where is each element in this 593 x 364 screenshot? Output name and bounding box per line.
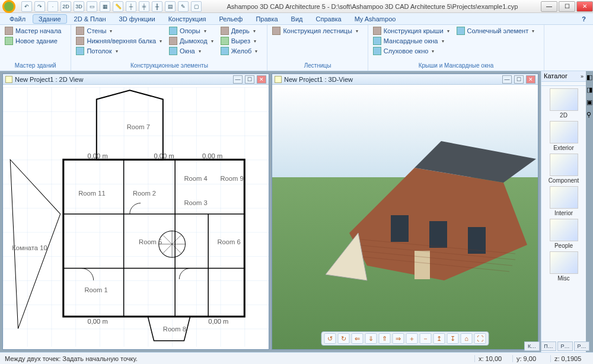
catalog-item-label: 2D [546,112,582,119]
subwindow-3d-max[interactable]: ☐ [514,75,524,84]
nav3d-zoom-out-icon[interactable]: － [420,333,432,344]
qat-snap2-icon[interactable]: ╫ [152,1,162,12]
ribbon-btn-label: Опоры [180,27,200,34]
ribbon-btn-1-0-0[interactable]: Стены▾ [75,26,163,36]
menu-bar: Файл Здание 2D & План 3D функции Констру… [0,13,593,25]
nav3d-pan-left-icon[interactable]: ⇐ [352,333,364,344]
ribbon-btn-3-1-0[interactable]: Солнечный элемент▾ [455,26,536,36]
nav3d-pan-right-icon[interactable]: ⇒ [393,333,404,344]
catalog-item-component[interactable]: Component [546,154,582,184]
menu-view[interactable]: Вид [285,14,309,24]
ribbon-btn-3-0-1[interactable]: Мансардные окна▾ [372,36,451,46]
strip-icon-1[interactable]: ◧ [586,71,593,84]
nav3d-pan-up-icon[interactable]: ⇑ [379,333,391,344]
ribbon-btn-label: Мастер начала [15,27,61,34]
qat-pen-icon[interactable]: ✎ [178,1,189,12]
ribbon-btn-1-1-0[interactable]: Опоры▾ [168,26,215,36]
menu-relief[interactable]: Рельеф [213,14,249,24]
menu-2dplan[interactable]: 2D & План [68,14,112,24]
bottom-tab-1[interactable]: К… [524,341,540,351]
nav3d-tilt-up-icon[interactable]: ↥ [433,333,445,344]
qat-view-icon[interactable]: ▭ [87,1,97,12]
ribbon-btn-2-0-0[interactable]: Конструкция лестницы▾ [271,26,359,36]
qat-snap-icon[interactable]: ┼ [126,1,136,12]
menu-3dfunc[interactable]: 3D функции [113,14,161,24]
close-button[interactable]: ✕ [576,1,593,12]
catalog: Каталог » 2DExteriorComponentInteriorPeo… [541,71,586,352]
view3d-canvas[interactable]: ↺ ↻ ⇐ ⇓ ⇑ ⇒ ＋ － ↥ ↧ ⌂ ⛶ [272,85,538,349]
bottom-tab-2[interactable]: П… [541,341,556,351]
ribbon-btn-1-2-1[interactable]: Вырез▾ [219,36,259,46]
minimize-button[interactable]: — [541,1,557,12]
catalog-item-misc[interactable]: Misc [546,251,582,282]
ribbon-btn-1-0-1[interactable]: Нижняя/верхняя балка▾ [75,36,163,46]
subwindow-3d-icon [275,76,282,83]
help-icon[interactable]: ? [578,15,589,23]
nav3d-tilt-down-icon[interactable]: ↧ [447,333,459,344]
subwindow-2d-titlebar[interactable]: New Project1 : 2D View — ☐ ✕ [3,74,269,85]
menu-building[interactable]: Здание [33,14,67,24]
nav3d-home-icon[interactable]: ⌂ [461,333,473,344]
ribbon-btn-1-0-2[interactable]: Потолок▾ [75,46,163,56]
ribbon-btn-icon [76,27,84,35]
svg-text:Room 8: Room 8 [163,325,186,333]
ribbon-btn-1-2-2[interactable]: Желоб▾ [219,46,259,56]
qat-view2-icon[interactable]: ▦ [100,1,110,12]
nav3d-zoom-in-icon[interactable]: ＋ [406,333,418,344]
catalog-item-2d[interactable]: 2D [546,88,582,119]
subwindow-2d-max[interactable]: ☐ [245,75,254,84]
ribbon-btn-label: Стены [87,27,106,34]
qat-undo-icon[interactable]: ↶ [21,1,32,12]
menu-edit[interactable]: Правка [250,14,283,24]
qat-box-icon[interactable]: ▢ [191,1,202,12]
catalog-item-people[interactable]: People [546,219,582,249]
nav3d-orbit-left-icon[interactable]: ↺ [324,333,336,344]
catalog-strip[interactable]: ◧ ◨ ▣ ⚲ [586,71,593,352]
ribbon-btn-0-0-1[interactable]: Новое здание [4,36,62,46]
catalog-pin-icon[interactable]: » [581,74,584,79]
qat-layers-icon[interactable]: ▤ [165,1,176,12]
strip-icon-2[interactable]: ◨ [586,84,593,96]
ribbon-btn-1-1-2[interactable]: Окна▾ [168,46,215,56]
subwindow-3d-titlebar[interactable]: New Project1 : 3D-View — ☐ ✕ [272,74,538,85]
qat-mode-3d[interactable]: 3D [74,1,84,12]
catalog-item-exterior[interactable]: Exterior [546,121,582,151]
ribbon-group-caption: Лестницы [271,62,364,71]
catalog-body[interactable]: 2DExteriorComponentInteriorPeopleMisc [541,86,586,352]
ribbon-btn-1-2-0[interactable]: Дверь▾ [219,26,259,36]
ribbon-btn-0-0-0[interactable]: Мастер начала [4,26,62,36]
nav3d-fit-icon[interactable]: ⛶ [474,333,486,344]
menu-construction[interactable]: Конструкция [162,14,212,24]
maximize-button[interactable]: ☐ [559,1,575,12]
subwindow-3d-min[interactable]: — [502,75,512,84]
strip-icon-4[interactable]: ⚲ [586,108,593,121]
ribbon-btn-1-1-1[interactable]: Дымоход▾ [168,36,215,46]
bottom-tab-3[interactable]: Р… [557,341,573,351]
plan-canvas[interactable]: Room 7 Room 11 Room 2 Room 4 Room 9 Room… [3,85,269,349]
qat-mode-2d[interactable]: 2D [60,1,71,12]
catalog-item-interior[interactable]: Interior [546,186,582,216]
svg-text:0,00 m: 0,00 m [88,152,108,159]
ribbon-btn-3-0-2[interactable]: Слуховое окно▾ [372,46,451,56]
nav3d-orbit-right-icon[interactable]: ↻ [338,333,350,344]
catalog-thumb-icon [550,219,578,241]
ribbon-group-3: Конструкция крыши▾Мансардные окна▾Слухов… [368,25,544,71]
subwindow-3d-close[interactable]: ✕ [526,75,535,84]
menu-myashampoo[interactable]: My Ashampoo [349,14,402,24]
menu-file[interactable]: Файл [4,14,31,24]
svg-text:Room 1: Room 1 [84,286,107,293]
ribbon-btn-label: Вырез [231,37,250,44]
subwindow-3d: New Project1 : 3D-View — ☐ ✕ [272,74,538,350]
subwindow-2d-min[interactable]: — [233,75,243,84]
menu-help[interactable]: Справка [310,14,347,24]
qat-guide-icon[interactable]: ╪ [139,1,149,12]
qat-ruler-icon[interactable]: 📏 [113,1,123,12]
bottom-tab-4[interactable]: Р… [574,341,589,351]
nav3d-pan-down-icon[interactable]: ⇓ [365,333,377,344]
qat-redo-icon[interactable]: ↷ [34,1,45,12]
strip-icon-3[interactable]: ▣ [586,96,593,108]
ribbon-btn-3-0-0[interactable]: Конструкция крыши▾ [372,26,451,36]
catalog-tabs [541,82,586,86]
chevron-down-icon: ▾ [447,28,449,34]
subwindow-2d-close[interactable]: ✕ [257,75,266,84]
